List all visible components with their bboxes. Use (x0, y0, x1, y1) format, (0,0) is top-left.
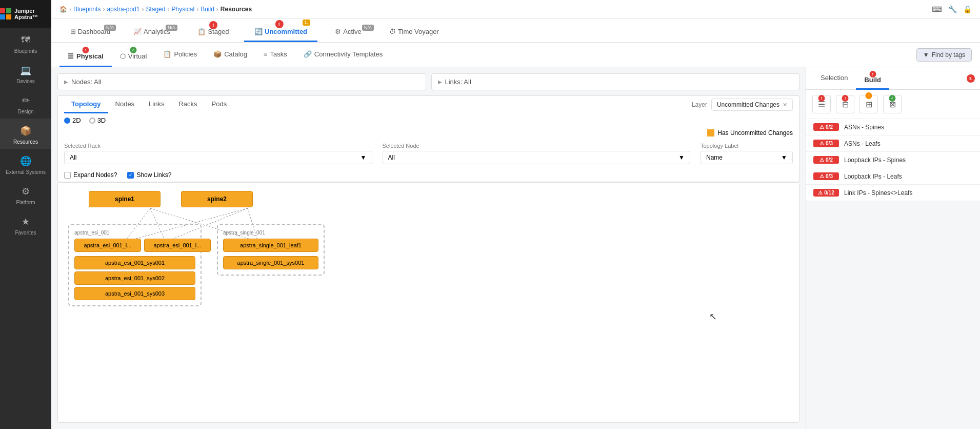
rack2-leaves-row: apstra_single_001_leaf1 (223, 239, 318, 252)
sub-tab-tasks[interactable]: ≡ Tasks (255, 43, 295, 67)
tab-active[interactable]: N/A ⚙ Active (317, 24, 379, 42)
expand-nodes-cb[interactable] (64, 172, 71, 179)
breadcrumb-current: Resources (221, 6, 252, 13)
sidebar-item-platform[interactable]: ⚙ Platform (0, 179, 51, 209)
home-icon[interactable]: 🏠 (59, 6, 67, 13)
rack1-sys2[interactable]: apstra_esi_001_sys002 (74, 271, 195, 285)
topology-label-group: Topology Label Name ▼ (701, 143, 793, 164)
server-view-alert: ! (842, 95, 849, 102)
selected-node-group: Selected Node All ▼ (383, 143, 691, 164)
staged-icon: 📋 (197, 28, 206, 35)
resource-item-4[interactable]: ⚠ 0/12 Link IPs - Spines<>Leafs (806, 185, 980, 201)
sub-tab-policies[interactable]: 📋 Policies (155, 43, 205, 67)
spine1-node[interactable]: spine1 (89, 191, 161, 207)
sidebar-item-blueprints[interactable]: 🗺 Blueprints (0, 28, 51, 58)
resource-item-1[interactable]: ⚠ 0/3 ASNs - Leafs (806, 135, 980, 152)
find-by-tags-button[interactable]: ▼ Find by tags (916, 48, 972, 62)
spine2-node[interactable]: spine2 (181, 191, 253, 207)
resource-badge-4: ⚠ 0/12 (813, 189, 839, 197)
links-filter[interactable]: ▶ Links: All (431, 73, 800, 90)
design-icon: ✏ (19, 94, 32, 107)
resource-badge-count-1: 0/3 (826, 141, 833, 146)
topo-tab-nodes[interactable]: Nodes (108, 96, 142, 113)
topo-tab-topology[interactable]: Topology (64, 96, 108, 113)
show-links-cb[interactable]: ✓ (127, 172, 134, 179)
breadcrumb-icons: ⌨ 🔧 🔒 (932, 5, 972, 13)
sidebar-label-platform: Platform (16, 200, 35, 205)
cursor-indicator: ↖ (709, 311, 717, 322)
breadcrumb-staged[interactable]: Staged (146, 6, 165, 13)
devices-icon: 💻 (19, 64, 32, 76)
topo-tab-links[interactable]: Links (142, 96, 171, 113)
rack1-leaf2[interactable]: apstra_esi_001_l... (144, 239, 211, 252)
resource-badge-1: ⚠ 0/3 (813, 140, 839, 147)
network-view-btn[interactable]: ✓ ⊠ (883, 95, 902, 113)
icon-row: ! ☰ ! ⊟ ! ⊞ (806, 90, 980, 119)
sidebar-item-external[interactable]: 🌐 External Systems (0, 149, 51, 179)
lock-icon[interactable]: 🔒 (963, 5, 972, 13)
server-view-btn[interactable]: ! ⊟ (836, 95, 854, 113)
topo-tab-pods[interactable]: Pods (205, 96, 234, 113)
resource-badge-count-3: 0/3 (826, 173, 833, 179)
sub-tab-virtual[interactable]: ✓ ⬡ Virtual (112, 43, 155, 67)
dashboard-badge: N/A (104, 25, 116, 31)
tab-dashboard[interactable]: N/A ⊞ Dashboard (59, 24, 121, 42)
callout-3-badge: 3. (967, 74, 975, 83)
breadcrumb-build[interactable]: Build (201, 6, 214, 13)
resource-item-0[interactable]: ⚠ 0/2 ASNs - Spines (806, 119, 980, 135)
grid-icon: ⊞ (866, 100, 872, 109)
policies-icon: 📋 (163, 50, 171, 58)
breadcrumb-physical[interactable]: Physical (171, 6, 194, 13)
sidebar-item-design[interactable]: ✏ Design (0, 88, 51, 119)
legend-row: Has Uncommitted Changes (57, 127, 799, 139)
topology-label-dropdown[interactable]: Name ▼ (701, 151, 793, 164)
resource-badge-2: ⚠ 0/2 (813, 156, 839, 164)
right-tab-selection[interactable]: Selection (812, 67, 856, 90)
breadcrumb-pod[interactable]: apstra-pod1 (107, 6, 139, 13)
sidebar-label-blueprints: Blueprints (14, 48, 37, 54)
topo-tab-racks[interactable]: Racks (171, 96, 204, 113)
breadcrumb-blueprints[interactable]: Blueprints (73, 6, 101, 13)
layer-section: Layer Uncommitted Changes ✕ (692, 99, 793, 111)
selected-rack-dropdown[interactable]: All ▼ (64, 151, 372, 164)
right-tab-build[interactable]: ! Build (856, 67, 889, 90)
sidebar-item-resources[interactable]: 📦 Resources (0, 119, 51, 149)
rack1-leaf1[interactable]: apstra_esi_001_l... (74, 239, 141, 252)
list-view-btn[interactable]: ! ☰ (812, 95, 831, 113)
find-by-tags-label: Find by tags (932, 51, 965, 59)
rack2-leaf1[interactable]: apstra_single_001_leaf1 (223, 239, 318, 252)
radio-3d[interactable]: 3D (89, 116, 106, 124)
rack2-label: apstra_single_001 (223, 230, 318, 236)
tab-staged[interactable]: ! 📋 Staged (183, 18, 244, 42)
sub-tab-catalog[interactable]: 📦 Catalog (205, 43, 255, 67)
rack1-sys3[interactable]: apstra_esi_001_sys003 (74, 287, 195, 300)
selected-node-dropdown[interactable]: All ▼ (383, 151, 691, 164)
sub-tab-label-connectivity: Connectivity Templates (314, 50, 383, 58)
sub-tab-connectivity[interactable]: 🔗 Connectivity Templates (295, 43, 391, 67)
tab-uncommitted[interactable]: ! 1. 🔄 Uncommitted (244, 18, 317, 42)
settings-icon[interactable]: 🔧 (948, 5, 957, 13)
rack2-sys1[interactable]: apstra_single_001_sys001 (223, 256, 318, 269)
resource-item-3[interactable]: ⚠ 0/3 Loopback IPs - Leafs (806, 168, 980, 185)
radio-2d-label: 2D (72, 116, 81, 124)
main-content: 🏠 › Blueprints › apstra-pod1 › Staged › … (51, 0, 980, 429)
build-alert-badge: ! (869, 71, 876, 77)
tab-time-voyager[interactable]: ⏱ Time Voyager (379, 24, 449, 42)
layer-close-button[interactable]: ✕ (783, 102, 787, 108)
analytics-badge: N/A (166, 25, 177, 31)
radio-2d[interactable]: 2D (64, 116, 81, 124)
resource-item-2[interactable]: ⚠ 0/2 Loopback IPs - Spines (806, 152, 980, 168)
resource-badge-count-2: 0/2 (826, 157, 833, 163)
grid-view-btn[interactable]: ! ⊞ (859, 95, 878, 113)
sub-tab-physical[interactable]: ! ☰ Physical (59, 43, 112, 67)
sidebar-item-devices[interactable]: 💻 Devices (0, 58, 51, 88)
sidebar-item-favorites[interactable]: ★ Favorites (0, 209, 51, 240)
show-links-checkbox[interactable]: ✓ Show Links? (127, 171, 171, 179)
expand-nodes-checkbox[interactable]: Expand Nodes? (64, 171, 117, 179)
rack1-sys1[interactable]: apstra_esi_001_sys001 (74, 256, 195, 269)
selected-node-chevron: ▼ (678, 154, 685, 161)
tab-analytics[interactable]: N/A 📈 Analytics (121, 24, 183, 42)
catalog-icon: 📦 (213, 50, 222, 58)
terminal-icon[interactable]: ⌨ (932, 5, 942, 13)
nodes-filter[interactable]: ▶ Nodes: All (57, 73, 426, 90)
